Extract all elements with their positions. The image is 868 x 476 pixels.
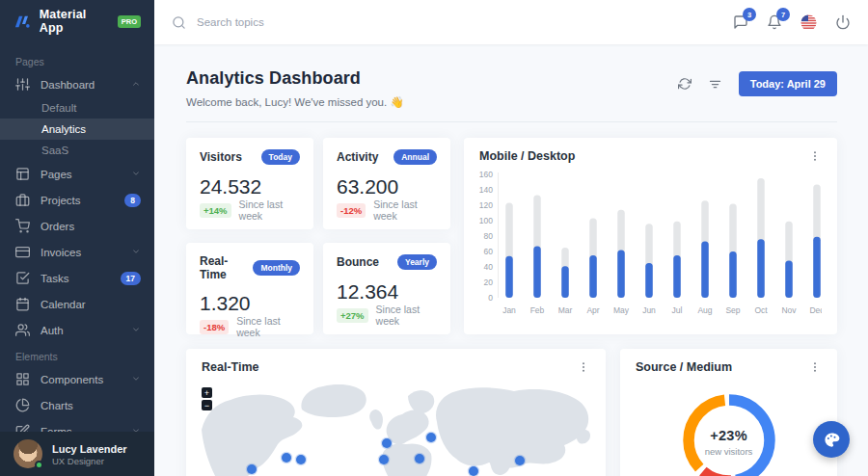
nav-section-label: Pages: [0, 48, 154, 71]
brand-name: Material App: [40, 8, 109, 35]
sidebar: Material App PRO PagesDashboardDefaultAn…: [0, 0, 154, 476]
map-marker[interactable]: [415, 454, 424, 463]
svg-text:Jan: Jan: [502, 305, 516, 315]
svg-text:Jun: Jun: [642, 305, 656, 315]
sidebar-item-pages[interactable]: Pages: [0, 161, 154, 187]
search-input[interactable]: [197, 16, 428, 28]
filter-icon[interactable]: [708, 77, 722, 92]
sidebar-item-charts[interactable]: Charts: [0, 392, 154, 418]
sidebar-item-calendar[interactable]: Calendar: [0, 291, 154, 317]
edit-icon: [15, 424, 30, 432]
kebab-icon: [808, 149, 822, 163]
svg-text:Nov: Nov: [781, 305, 797, 315]
stat-delta-chip: +14%: [200, 203, 231, 218]
stat-title: Visitors: [200, 150, 242, 164]
map-marker[interactable]: [469, 466, 478, 476]
stats-grid: VisitorsToday24.532+14%Since last weekAc…: [186, 138, 450, 334]
sidebar-item-orders[interactable]: Orders: [0, 213, 154, 239]
sidebar-item-forms[interactable]: Forms: [0, 418, 154, 432]
chevron-up-icon: [131, 79, 141, 89]
svg-text:40: 40: [484, 262, 494, 272]
sidebar-item-components[interactable]: Components: [0, 366, 154, 392]
search-icon: [172, 15, 186, 30]
sidebar-subitem-analytics[interactable]: Analytics: [0, 119, 154, 140]
topbar: 3 7: [154, 0, 868, 44]
page-subtitle: Welcome back, Lucy! We've missed you. 👋: [186, 95, 404, 109]
map-marker[interactable]: [282, 453, 291, 463]
card-menu-kebab-icon[interactable]: [577, 360, 590, 374]
bar-chart: 020406080100120140160JanFebMarAprMayJunJ…: [479, 163, 822, 319]
sidebar-subitem-default[interactable]: Default: [0, 97, 154, 119]
stat-delta-chip: -18%: [200, 320, 229, 334]
shopping-cart-icon: [15, 219, 30, 233]
sliders-icon: [15, 77, 30, 92]
map-zoom-in-button[interactable]: +: [202, 387, 212, 398]
top-row: VisitorsToday24.532+14%Since last weekAc…: [186, 138, 837, 334]
us-flag-icon: [800, 14, 817, 31]
kebab-icon: [577, 360, 590, 374]
card-menu-kebab-icon[interactable]: [808, 360, 822, 374]
header-divider: [186, 121, 837, 122]
notifications-button[interactable]: 7: [767, 14, 782, 30]
brand[interactable]: Material App PRO: [0, 0, 154, 42]
source-medium-card: Source / Medium +23% new visitors: [620, 349, 837, 476]
messages-button[interactable]: 3: [733, 14, 748, 30]
map-marker[interactable]: [247, 464, 257, 474]
header-actions: Today: April 29: [678, 71, 837, 96]
check-square-icon: [15, 271, 30, 285]
sidebar-item-dashboard[interactable]: Dashboard: [0, 71, 154, 97]
language-flag-button[interactable]: [800, 14, 817, 31]
stat-period-pill[interactable]: Today: [261, 149, 300, 165]
main-area: 3 7: [154, 0, 868, 476]
svg-text:Mar: Mar: [558, 305, 573, 315]
messages-count-badge: 3: [743, 8, 756, 21]
stat-title: Real-Time: [200, 254, 253, 281]
donut-center-caption: new visitors: [705, 446, 753, 457]
sidebar-subitem-saas[interactable]: SaaS: [0, 140, 154, 161]
power-button[interactable]: [835, 14, 851, 30]
map-marker[interactable]: [382, 438, 392, 448]
pro-badge: PRO: [118, 15, 141, 28]
svg-text:Aug: Aug: [697, 305, 712, 315]
sidebar-item-invoices[interactable]: Invoices: [0, 239, 154, 265]
sidebar-item-projects[interactable]: Projects8: [0, 187, 154, 213]
map-marker[interactable]: [515, 456, 525, 465]
donut-chart: +23% new visitors: [676, 387, 782, 476]
app-root: Material App PRO PagesDashboardDefaultAn…: [0, 0, 868, 476]
map-zoom-out-button[interactable]: −: [202, 400, 212, 410]
stat-period-pill[interactable]: Yearly: [397, 254, 437, 270]
theme-settings-fab[interactable]: [813, 421, 850, 458]
search-icon[interactable]: [172, 15, 186, 30]
date-range-button[interactable]: Today: April 29: [739, 71, 837, 96]
sidebar-user[interactable]: Lucy Lavender UX Designer: [0, 432, 154, 476]
stat-value: 63.200: [337, 175, 437, 198]
users-icon: [15, 323, 30, 337]
stat-value: 24.532: [200, 175, 300, 198]
item-count-badge: 8: [124, 194, 141, 207]
grid-icon: [15, 372, 30, 386]
page-header: Analytics Dashboard Welcome back, Lucy! …: [186, 68, 837, 109]
stat-period-pill[interactable]: Annual: [393, 149, 437, 165]
chevron-down-icon: [131, 374, 141, 383]
map-marker[interactable]: [426, 433, 436, 442]
filter-icon: [708, 77, 722, 92]
notifications-count-badge: 7: [776, 8, 790, 21]
stat-title: Activity: [337, 150, 378, 164]
refresh-icon[interactable]: [678, 77, 692, 91]
stat-period-pill[interactable]: Monthly: [253, 260, 300, 276]
stat-value: 1.320: [200, 292, 300, 315]
map-marker[interactable]: [379, 455, 389, 464]
nav-section-label: Elements: [0, 343, 154, 366]
sidebar-item-tasks[interactable]: Tasks17: [0, 265, 154, 291]
stat-delta-chip: -12%: [337, 203, 366, 218]
avatar: [14, 439, 42, 468]
item-count-badge: 17: [121, 272, 141, 285]
bottom-row: Real-Time: [186, 349, 837, 476]
card-menu-kebab-icon[interactable]: [808, 149, 822, 163]
user-name: Lucy Lavender: [52, 442, 127, 456]
sidebar-item-auth[interactable]: Auth: [0, 317, 154, 343]
svg-text:Apr: Apr: [586, 305, 599, 315]
chevron-down-icon: [131, 169, 141, 178]
briefcase-icon: [15, 193, 30, 207]
map-marker[interactable]: [296, 455, 306, 464]
